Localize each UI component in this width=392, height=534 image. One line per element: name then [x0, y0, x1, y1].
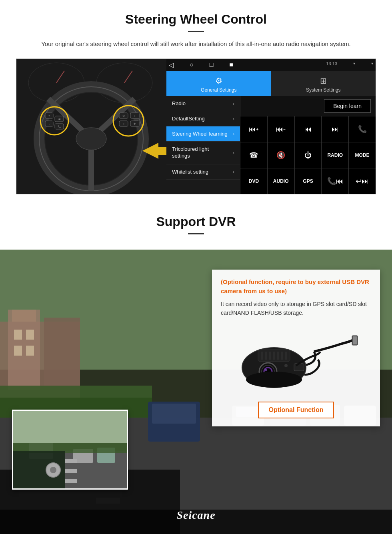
btn-vol-down[interactable]: ⏮− — [268, 116, 294, 142]
home-icon[interactable]: ○ — [190, 61, 194, 69]
svg-rect-55 — [152, 404, 196, 424]
svg-point-70 — [50, 467, 56, 473]
svg-point-89 — [284, 364, 288, 367]
tab-general-label: General Settings — [201, 87, 236, 93]
svg-text:⏮: ⏮ — [58, 118, 61, 120]
svg-text:○: ○ — [123, 122, 124, 125]
svg-rect-39 — [14, 346, 22, 356]
svg-point-11 — [76, 128, 106, 150]
svg-rect-37 — [14, 330, 22, 340]
menu-item-steering-wheel[interactable]: Steering Wheel learning › — [166, 126, 240, 142]
menu-tricoloured-label: Tricoloured lightsettings — [172, 146, 209, 160]
steering-section: Steering Wheel Control Your original car… — [0, 0, 392, 202]
dvr-camera-image — [221, 324, 371, 396]
android-menu-area: Radio › DefaultSetting › Steering Wheel … — [166, 96, 376, 194]
svg-rect-87 — [294, 364, 304, 371]
svg-point-86 — [265, 369, 267, 371]
btn-hang-up[interactable]: ☎ — [240, 142, 267, 168]
android-panel: ◁ ○ □ ■ 13:13 ▾ ▾ ⚙ General Settings ⊞ S… — [166, 59, 376, 194]
dvr-optional-text: (Optional function, require to buy exter… — [221, 278, 371, 296]
dvr-divider — [188, 233, 204, 234]
svg-rect-72 — [353, 336, 357, 344]
status-time: 13:13 — [326, 61, 337, 69]
optional-function-button[interactable]: Optional Function — [258, 402, 334, 418]
svg-rect-38 — [26, 330, 34, 340]
android-tabs: ⚙ General Settings ⊞ System Settings — [166, 71, 376, 96]
steering-subtitle: Your original car's steering wheel contr… — [32, 39, 360, 49]
svg-text:⚙: ⚙ — [122, 114, 125, 117]
svg-rect-59 — [13, 411, 128, 443]
tab-general-settings[interactable]: ⚙ General Settings — [166, 71, 271, 96]
steering-wheel-photo: + - ⏮ 📞 ⚙ ↕ ○ ✚ — [16, 59, 166, 194]
android-navbar: ◁ ○ □ ■ 13:13 ▾ ▾ — [166, 59, 376, 71]
btn-next-track[interactable]: ⏭ — [322, 116, 348, 142]
seicane-text: Seicane — [176, 509, 215, 521]
android-menu-right: Begin learn ⏮+ ⏮− ⏮ ⏭ 📞 ☎ 🔇 ⏻ — [240, 96, 376, 194]
btn-audio[interactable]: AUDIO — [268, 168, 294, 194]
back-icon[interactable]: ◁ — [169, 61, 174, 69]
svg-rect-35 — [44, 318, 80, 390]
btn-phone-prev[interactable]: 📞⏮ — [322, 168, 348, 194]
dvr-section: Support DVR — [0, 202, 392, 534]
menu-radio-label: Radio — [172, 100, 186, 106]
svg-text:-: - — [49, 122, 50, 126]
dvr-description-text: It can record video only to storage in G… — [221, 300, 371, 318]
seicane-logo: Seicane — [176, 509, 215, 522]
svg-text:↕: ↕ — [134, 114, 136, 117]
svg-text:📞: 📞 — [58, 125, 61, 128]
dvr-image-container: (Optional function, require to buy exter… — [0, 250, 392, 534]
wifi-icon: ▾ — [353, 61, 355, 69]
dvr-camera-svg — [234, 328, 358, 392]
menu-default-label: DefaultSetting — [172, 116, 205, 122]
recents-icon[interactable]: □ — [210, 61, 214, 69]
menu-radio-arrow: › — [233, 101, 234, 106]
system-icon: ⊞ — [320, 76, 327, 86]
btn-power[interactable]: ⏻ — [295, 142, 322, 168]
menu-icon[interactable]: ■ — [229, 61, 233, 69]
svg-rect-63 — [65, 479, 77, 483]
menu-steering-arrow: › — [233, 132, 234, 136]
dvr-title: Support DVR — [16, 214, 376, 229]
btn-gps[interactable]: GPS — [295, 168, 322, 194]
btn-dvd[interactable]: DVD — [240, 168, 267, 194]
signal-icon: ▾ — [371, 61, 373, 69]
svg-text:+: + — [48, 114, 50, 118]
inset-scene-svg — [13, 411, 128, 490]
begin-learn-button[interactable]: Begin learn — [324, 99, 371, 113]
btn-vol-up[interactable]: ⏮+ — [240, 116, 267, 142]
tab-system-label: System Settings — [306, 87, 341, 93]
btn-phone-next[interactable]: ↩⏭ — [349, 168, 376, 194]
title-divider — [188, 31, 204, 32]
android-menu-left: Radio › DefaultSetting › Steering Wheel … — [166, 96, 240, 194]
gear-icon: ⚙ — [215, 76, 222, 86]
menu-default-arrow: › — [233, 116, 234, 121]
tab-system-settings[interactable]: ⊞ System Settings — [271, 71, 376, 96]
menu-item-default-setting[interactable]: DefaultSetting › — [166, 111, 240, 126]
btn-phone[interactable]: 📞 — [349, 116, 376, 142]
menu-item-radio[interactable]: Radio › — [166, 96, 240, 111]
svg-text:✚: ✚ — [134, 122, 136, 125]
menu-item-tricoloured[interactable]: Tricoloured lightsettings › — [166, 142, 240, 164]
menu-whitelist-arrow: › — [233, 169, 234, 174]
btn-radio[interactable]: RADIO — [322, 142, 348, 168]
svg-rect-62 — [65, 469, 77, 473]
btn-prev-track[interactable]: ⏮ — [295, 116, 322, 142]
dvr-info-card: (Optional function, require to buy exter… — [212, 270, 380, 426]
begin-learn-row: Begin learn — [240, 96, 376, 116]
menu-item-whitelist[interactable]: Whitelist setting › — [166, 164, 240, 180]
dvr-inset-photo — [12, 410, 128, 490]
dvr-title-area: Support DVR — [0, 214, 392, 250]
svg-rect-40 — [26, 346, 34, 356]
steering-demo-box: + - ⏮ 📞 ⚙ ↕ ○ ✚ — [16, 58, 376, 194]
btn-mute[interactable]: 🔇 — [268, 142, 294, 168]
steering-wheel-svg: + - ⏮ 📞 ⚙ ↕ ○ ✚ — [16, 59, 166, 194]
svg-rect-36 — [12, 310, 36, 322]
control-button-grid: ⏮+ ⏮− ⏮ ⏭ 📞 ☎ 🔇 ⏻ RADIO MODE DVD AUDIO — [240, 116, 376, 194]
btn-mode[interactable]: MODE — [349, 142, 376, 168]
menu-tricoloured-arrow: › — [233, 150, 234, 155]
steering-title: Steering Wheel Control — [16, 12, 376, 27]
menu-steering-label: Steering Wheel learning — [172, 131, 228, 137]
svg-point-88 — [246, 372, 302, 388]
menu-whitelist-label: Whitelist setting — [172, 169, 208, 175]
